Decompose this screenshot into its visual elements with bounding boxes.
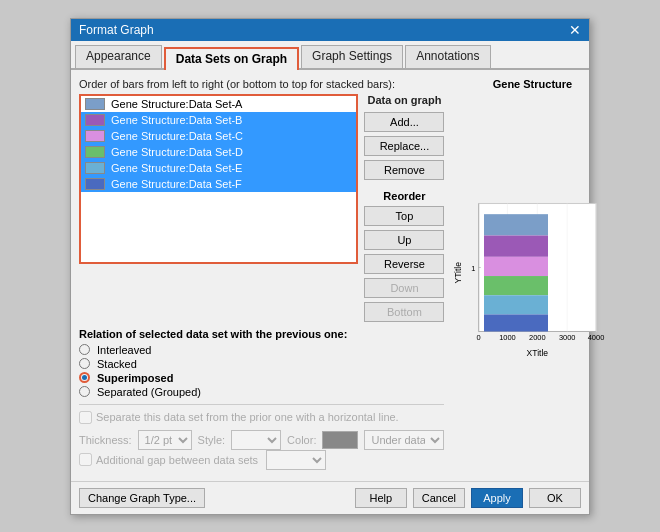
color-swatch-d — [85, 146, 105, 158]
chart-title: Gene Structure — [493, 78, 572, 90]
radio-interleaved[interactable]: Interleaved — [79, 344, 444, 356]
bar-c — [484, 256, 548, 275]
x-tick-3000: 3000 — [559, 333, 576, 342]
tab-appearance[interactable]: Appearance — [75, 45, 162, 68]
x-tick-1000: 1000 — [500, 333, 517, 342]
panel-top: Gene Structure:Data Set-A Gene Structure… — [79, 94, 444, 322]
radio-stacked-label: Stacked — [97, 358, 137, 370]
ok-button[interactable]: OK — [529, 488, 581, 508]
right-controls: Data on graph Add... Replace... Remove R… — [364, 94, 444, 322]
bar-e — [484, 295, 548, 314]
additional-gap-row[interactable]: Additional gap between data sets — [79, 450, 444, 470]
color-picker[interactable] — [322, 431, 358, 449]
relation-section: Relation of selected data set with the p… — [79, 328, 444, 470]
x-tick-0: 0 — [477, 333, 481, 342]
tab-annotations[interactable]: Annotations — [405, 45, 490, 68]
under-select[interactable]: Under data points — [364, 430, 444, 450]
footer-right: Help Cancel Apply OK — [355, 488, 581, 508]
reverse-button[interactable]: Reverse — [364, 254, 444, 274]
thickness-select[interactable]: 1/2 pt — [138, 430, 192, 450]
cancel-button[interactable]: Cancel — [413, 488, 465, 508]
dialog-body: Order of bars from left to right (or bot… — [71, 70, 589, 481]
tab-data-sets[interactable]: Data Sets on Graph — [164, 47, 299, 70]
up-button[interactable]: Up — [364, 230, 444, 250]
top-button[interactable]: Top — [364, 206, 444, 226]
radio-superimposed[interactable]: Superimposed — [79, 372, 444, 384]
bar-a — [484, 214, 548, 235]
dataset-label-d: Gene Structure:Data Set-D — [111, 146, 243, 158]
additional-gap-checkbox[interactable] — [79, 453, 92, 466]
list-item[interactable]: Gene Structure:Data Set-B — [81, 112, 356, 128]
style-select[interactable] — [231, 430, 281, 450]
x-tick-2000: 2000 — [529, 333, 546, 342]
radio-stacked-indicator — [79, 358, 90, 369]
tab-graph-settings[interactable]: Graph Settings — [301, 45, 403, 68]
dataset-label-e: Gene Structure:Data Set-E — [111, 162, 242, 174]
remove-button[interactable]: Remove — [364, 160, 444, 180]
thickness-row: Thickness: 1/2 pt Style: Color: Under da… — [79, 430, 444, 450]
relation-label: Relation of selected data set with the p… — [79, 328, 444, 340]
x-tick-4000: 4000 — [588, 333, 605, 342]
color-swatch-e — [85, 162, 105, 174]
order-label: Order of bars from left to right (or bot… — [79, 78, 444, 90]
radio-separated-label: Separated (Grouped) — [97, 386, 201, 398]
dataset-label-b: Gene Structure:Data Set-B — [111, 114, 242, 126]
apply-button[interactable]: Apply — [471, 488, 523, 508]
additional-gap-label: Additional gap between data sets — [96, 454, 258, 466]
x-title: XTitle — [527, 348, 549, 358]
checkbox-separate-row[interactable]: Separate this data set from the prior on… — [79, 411, 444, 424]
y-title: YTitle — [453, 261, 463, 283]
radio-superimposed-label: Superimposed — [97, 372, 173, 384]
reorder-label: Reorder — [364, 190, 444, 202]
color-label: Color: — [287, 434, 316, 446]
bottom-button[interactable]: Bottom — [364, 302, 444, 322]
close-button[interactable]: ✕ — [569, 23, 581, 37]
y-tick-1: 1 — [472, 263, 476, 272]
dataset-label-f: Gene Structure:Data Set-F — [111, 178, 242, 190]
style-label: Style: — [198, 434, 226, 446]
chart-svg: YTitle 1 0 1000 2000 3000 4000 — [452, 94, 612, 473]
change-graph-type-button[interactable]: Change Graph Type... — [79, 488, 205, 508]
dialog-footer: Change Graph Type... Help Cancel Apply O… — [71, 481, 589, 514]
help-button[interactable]: Help — [355, 488, 407, 508]
down-button[interactable]: Down — [364, 278, 444, 298]
dataset-label-a: Gene Structure:Data Set-A — [111, 98, 242, 110]
color-swatch-f — [85, 178, 105, 190]
color-swatch-c — [85, 130, 105, 142]
add-button[interactable]: Add... — [364, 112, 444, 132]
dataset-label-c: Gene Structure:Data Set-C — [111, 130, 243, 142]
left-panel: Order of bars from left to right (or bot… — [79, 78, 444, 473]
radio-separated[interactable]: Separated (Grouped) — [79, 386, 444, 398]
footer-left: Change Graph Type... — [79, 488, 205, 508]
list-item[interactable]: Gene Structure:Data Set-A — [81, 96, 356, 112]
list-item[interactable]: Gene Structure:Data Set-D — [81, 144, 356, 160]
additional-gap-select[interactable] — [266, 450, 326, 470]
chart-area: Gene Structure YTitle 1 0 1000 2000 3000… — [452, 78, 612, 473]
title-bar: Format Graph ✕ — [71, 19, 589, 41]
checkbox-separate-label: Separate this data set from the prior on… — [96, 411, 399, 423]
bar-d — [484, 276, 548, 295]
thickness-label: Thickness: — [79, 434, 132, 446]
radio-interleaved-indicator — [79, 344, 90, 355]
checkbox-separate[interactable] — [79, 411, 92, 424]
format-graph-dialog: Format Graph ✕ Appearance Data Sets on G… — [70, 18, 590, 515]
dialog-title: Format Graph — [79, 23, 154, 37]
replace-button[interactable]: Replace... — [364, 136, 444, 156]
radio-superimposed-indicator — [79, 372, 90, 383]
color-swatch-b — [85, 114, 105, 126]
radio-separated-indicator — [79, 386, 90, 397]
list-item[interactable]: Gene Structure:Data Set-F — [81, 176, 356, 192]
data-list[interactable]: Gene Structure:Data Set-A Gene Structure… — [79, 94, 358, 264]
radio-stacked[interactable]: Stacked — [79, 358, 444, 370]
color-swatch-a — [85, 98, 105, 110]
tab-bar: Appearance Data Sets on Graph Graph Sett… — [71, 41, 589, 70]
list-item[interactable]: Gene Structure:Data Set-E — [81, 160, 356, 176]
bar-f — [484, 314, 548, 331]
data-on-graph-label: Data on graph — [364, 94, 444, 106]
list-item[interactable]: Gene Structure:Data Set-C — [81, 128, 356, 144]
bar-b — [484, 235, 548, 256]
radio-interleaved-label: Interleaved — [97, 344, 151, 356]
